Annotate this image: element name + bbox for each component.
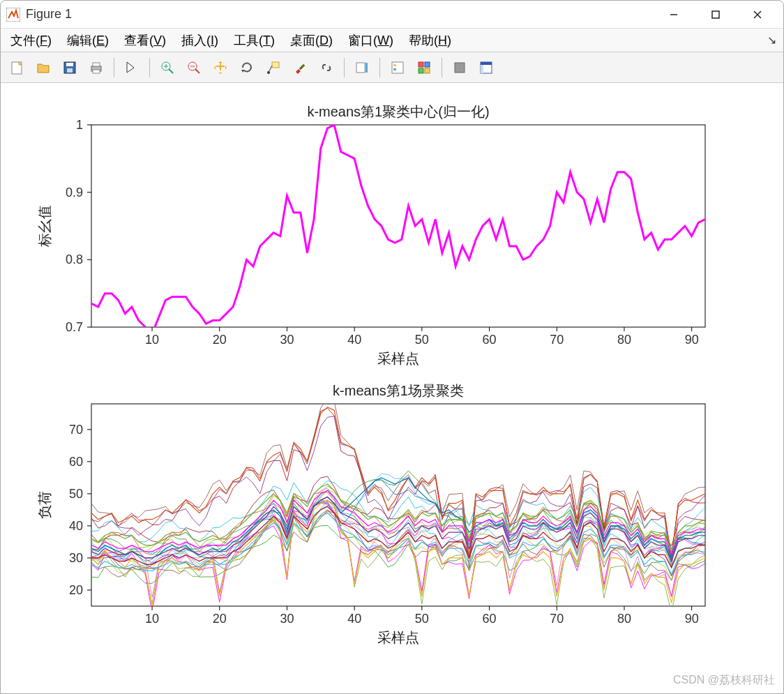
svg-text:0.8: 0.8 bbox=[66, 252, 83, 266]
toolbar-separator bbox=[379, 58, 380, 77]
svg-text:30: 30 bbox=[69, 551, 83, 565]
svg-rect-26 bbox=[393, 64, 396, 66]
svg-rect-25 bbox=[392, 62, 403, 73]
svg-point-22 bbox=[267, 71, 270, 74]
svg-text:标幺值: 标幺值 bbox=[37, 205, 52, 248]
svg-text:50: 50 bbox=[69, 487, 83, 501]
window-title: Figure 1 bbox=[26, 7, 72, 22]
menu-insert[interactable]: 插入(I) bbox=[179, 31, 221, 50]
menubar: 文件(F) 编辑(E) 查看(V) 插入(I) 工具(T) 桌面(D) 窗口(W… bbox=[1, 29, 783, 52]
svg-rect-32 bbox=[455, 63, 465, 73]
svg-rect-12 bbox=[93, 70, 100, 73]
save-button[interactable] bbox=[58, 56, 82, 80]
menu-desktop[interactable]: 桌面(D) bbox=[287, 31, 336, 50]
toolbar bbox=[1, 52, 783, 83]
svg-rect-24 bbox=[365, 63, 368, 73]
link-button[interactable] bbox=[315, 56, 338, 80]
svg-text:40: 40 bbox=[347, 612, 361, 626]
data-cursor-button[interactable] bbox=[262, 56, 285, 80]
rotate-button[interactable] bbox=[235, 56, 259, 80]
svg-rect-9 bbox=[67, 68, 73, 73]
menu-file[interactable]: 文件(F) bbox=[8, 31, 54, 50]
svg-text:80: 80 bbox=[617, 612, 631, 626]
svg-text:采样点: 采样点 bbox=[377, 351, 419, 366]
svg-line-18 bbox=[195, 69, 199, 73]
insert-colorbar-button[interactable] bbox=[350, 56, 374, 80]
insert-legend-button[interactable] bbox=[386, 56, 409, 80]
svg-text:90: 90 bbox=[685, 612, 699, 626]
svg-text:10: 10 bbox=[145, 612, 159, 626]
new-figure-button[interactable] bbox=[5, 56, 29, 80]
svg-rect-34 bbox=[481, 62, 492, 65]
zoom-out-button[interactable] bbox=[182, 56, 206, 80]
menu-tools[interactable]: 工具(T) bbox=[231, 31, 278, 50]
svg-text:60: 60 bbox=[483, 333, 497, 347]
svg-text:k-means第1场景聚类: k-means第1场景聚类 bbox=[333, 383, 464, 398]
svg-text:0.7: 0.7 bbox=[66, 320, 83, 334]
figure-window: Figure 1 文件(F) 编辑(E) 查看(V) 插入(I) 工具(T) 桌… bbox=[0, 0, 784, 694]
svg-text:1: 1 bbox=[76, 118, 83, 132]
toolbar-separator bbox=[442, 58, 442, 77]
menu-view[interactable]: 查看(V) bbox=[121, 31, 169, 50]
matlab-icon bbox=[6, 8, 20, 22]
svg-text:60: 60 bbox=[69, 455, 83, 469]
svg-text:40: 40 bbox=[69, 519, 83, 533]
svg-rect-35 bbox=[481, 65, 483, 73]
svg-text:80: 80 bbox=[617, 333, 631, 347]
edit-plot-button[interactable] bbox=[120, 56, 144, 80]
svg-text:k-means第1聚类中心(归一化): k-means第1聚类中心(归一化) bbox=[307, 104, 489, 119]
print-button[interactable] bbox=[84, 56, 108, 80]
svg-rect-2 bbox=[712, 11, 719, 18]
show-plot-tools-button[interactable] bbox=[474, 56, 498, 80]
svg-text:50: 50 bbox=[415, 333, 429, 347]
svg-text:90: 90 bbox=[685, 333, 699, 347]
toolbar-separator bbox=[149, 58, 150, 77]
menu-help[interactable]: 帮助(H) bbox=[406, 31, 454, 50]
svg-rect-29 bbox=[425, 62, 430, 67]
maximize-button[interactable] bbox=[695, 3, 736, 26]
svg-rect-30 bbox=[419, 68, 423, 73]
svg-rect-11 bbox=[93, 63, 100, 66]
plot-tools-button[interactable] bbox=[412, 56, 436, 80]
svg-rect-27 bbox=[393, 68, 396, 70]
svg-rect-21 bbox=[272, 62, 279, 68]
toolbar-separator bbox=[114, 58, 114, 77]
svg-text:10: 10 bbox=[145, 333, 159, 347]
svg-rect-31 bbox=[425, 68, 430, 73]
svg-text:负荷: 负荷 bbox=[37, 491, 52, 519]
toolbar-separator bbox=[344, 58, 345, 77]
svg-text:70: 70 bbox=[69, 423, 83, 437]
dock-icon[interactable]: ↘ bbox=[767, 33, 776, 47]
open-button[interactable] bbox=[31, 56, 55, 80]
axes-container: 1020304050607080900.70.80.91k-means第1聚类中… bbox=[1, 83, 783, 693]
zoom-in-button[interactable] bbox=[156, 56, 179, 80]
window-controls bbox=[654, 3, 778, 26]
brush-button[interactable] bbox=[288, 56, 312, 80]
svg-text:20: 20 bbox=[213, 333, 227, 347]
menu-window[interactable]: 窗口(W) bbox=[345, 31, 396, 50]
menu-edit[interactable]: 编辑(E) bbox=[64, 31, 112, 50]
close-button[interactable] bbox=[737, 3, 778, 26]
svg-rect-23 bbox=[356, 63, 365, 73]
svg-text:20: 20 bbox=[213, 612, 227, 626]
minimize-button[interactable] bbox=[654, 3, 694, 26]
svg-rect-28 bbox=[419, 62, 423, 67]
svg-text:30: 30 bbox=[280, 333, 294, 347]
svg-text:70: 70 bbox=[550, 333, 564, 347]
hide-plot-tools-button[interactable] bbox=[448, 56, 472, 80]
svg-text:采样点: 采样点 bbox=[377, 630, 419, 645]
svg-text:40: 40 bbox=[347, 333, 361, 347]
pan-button[interactable] bbox=[209, 56, 232, 80]
figure-canvas: 1020304050607080900.70.80.91k-means第1聚类中… bbox=[1, 83, 783, 693]
svg-text:20: 20 bbox=[69, 583, 83, 597]
svg-text:50: 50 bbox=[415, 612, 429, 626]
svg-rect-8 bbox=[66, 63, 73, 66]
titlebar: Figure 1 bbox=[1, 1, 783, 29]
svg-text:70: 70 bbox=[550, 612, 564, 626]
svg-text:30: 30 bbox=[280, 612, 294, 626]
svg-text:60: 60 bbox=[483, 612, 497, 626]
svg-line-14 bbox=[169, 69, 173, 73]
svg-text:0.9: 0.9 bbox=[66, 186, 83, 199]
